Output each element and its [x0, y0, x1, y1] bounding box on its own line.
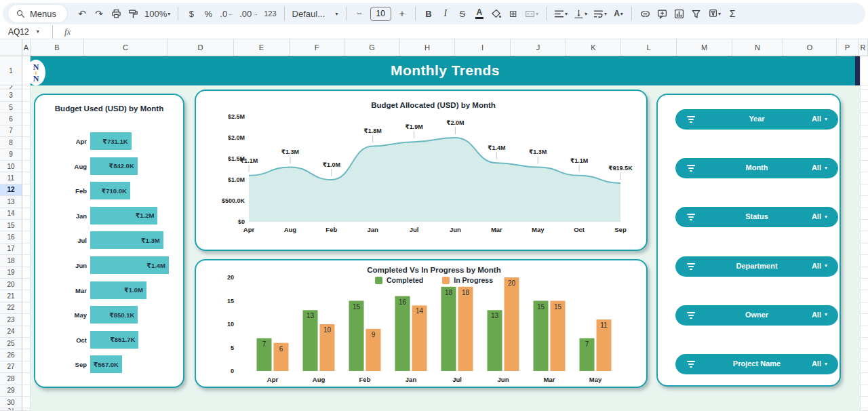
- row-header-5[interactable]: 5: [0, 102, 22, 113]
- row-header-7[interactable]: 7: [0, 125, 22, 137]
- filter-views-button[interactable]: ▾: [705, 5, 723, 22]
- insert-comment-button[interactable]: [654, 5, 669, 22]
- filter-value-dropdown[interactable]: All▾: [812, 163, 827, 172]
- col-header-F[interactable]: F: [290, 39, 344, 56]
- row-header-29[interactable]: 29: [0, 385, 22, 397]
- column-r-cells[interactable]: [860, 56, 868, 411]
- col-header-O[interactable]: O: [783, 39, 837, 56]
- row-header-23[interactable]: 23: [0, 314, 22, 326]
- bold-button[interactable]: B: [421, 5, 436, 22]
- row-header-19[interactable]: 19: [0, 267, 22, 279]
- col-header-C[interactable]: C: [84, 39, 167, 56]
- filter-value-dropdown[interactable]: All▾: [812, 262, 827, 270]
- insert-link-button[interactable]: [637, 5, 652, 22]
- borders-button[interactable]: ⊞: [506, 5, 521, 22]
- row-header-27[interactable]: 27: [0, 361, 22, 373]
- decrease-font-size-button[interactable]: −: [352, 5, 367, 22]
- row-header-1[interactable]: 1: [0, 56, 22, 85]
- number-format-button[interactable]: 123: [262, 5, 278, 22]
- print-icon[interactable]: [108, 5, 123, 22]
- col-header-M[interactable]: M: [677, 39, 732, 56]
- row-header-13[interactable]: 13: [0, 196, 22, 208]
- row-header-24[interactable]: 24: [0, 326, 22, 338]
- filter-project-name[interactable]: Project NameAll▾: [675, 354, 838, 374]
- fill-color-button[interactable]: [489, 5, 504, 22]
- merge-cells-button[interactable]: ▾: [523, 5, 540, 22]
- filter-owner[interactable]: OwnerAll▾: [675, 305, 838, 326]
- create-filter-button[interactable]: [688, 5, 703, 22]
- col-header-J[interactable]: J: [511, 39, 566, 56]
- col-header-P[interactable]: P: [837, 39, 859, 56]
- row-header-8[interactable]: 8: [0, 137, 22, 149]
- col-header-H[interactable]: H: [400, 39, 455, 56]
- col-header-R[interactable]: R: [859, 39, 868, 56]
- percent-format-button[interactable]: %: [201, 5, 216, 22]
- paint-format-icon[interactable]: [125, 5, 140, 22]
- col-header-E[interactable]: E: [234, 39, 290, 56]
- budget-used-chart-panel[interactable]: Budget Used (USD) by Month Apr₹731.1KAug…: [34, 94, 184, 388]
- currency-format-button[interactable]: $: [184, 5, 199, 22]
- filter-value-dropdown[interactable]: All▾: [812, 212, 827, 220]
- filter-month[interactable]: MonthAll▾: [675, 158, 838, 178]
- text-color-label: A: [477, 9, 483, 16]
- text-rotation-button[interactable]: A ▾: [611, 5, 626, 22]
- insert-chart-button[interactable]: [671, 5, 686, 22]
- gridline: [22, 160, 30, 161]
- increase-font-size-button[interactable]: +: [395, 5, 410, 22]
- filter-value-dropdown[interactable]: All▾: [812, 359, 827, 368]
- col-header-D[interactable]: D: [167, 39, 234, 56]
- col-header-B[interactable]: B: [31, 39, 84, 56]
- row-header-17[interactable]: 17: [0, 243, 22, 255]
- row-header-20[interactable]: 20: [0, 279, 22, 290]
- strikethrough-button[interactable]: S: [455, 5, 470, 22]
- italic-button[interactable]: I: [438, 5, 453, 22]
- row-header-12[interactable]: 12: [0, 184, 22, 196]
- col-header-L[interactable]: L: [621, 39, 677, 56]
- increase-decimals-button[interactable]: .00→: [237, 5, 260, 22]
- zoom-select[interactable]: 100% ▾: [142, 5, 172, 22]
- text-color-button[interactable]: A: [472, 5, 487, 22]
- name-box[interactable]: AQ12 ▾: [0, 27, 49, 37]
- vertical-align-button[interactable]: ▾: [572, 5, 589, 22]
- col-header-G[interactable]: G: [344, 39, 400, 56]
- budget-allocated-chart-panel[interactable]: Budget Allocated (USD) by Month $0$500.0…: [195, 90, 648, 251]
- decrease-decimals-button[interactable]: .0←: [218, 5, 235, 22]
- row-header-22[interactable]: 22: [0, 302, 22, 314]
- functions-button[interactable]: Σ: [725, 5, 740, 22]
- row-header-26[interactable]: 26: [0, 349, 22, 361]
- menus-button[interactable]: Menus: [8, 5, 67, 22]
- completed-vs-inprogress-chart-panel[interactable]: Completed Vs In Progress by Month Comple…: [195, 259, 648, 388]
- font-size-input[interactable]: 10: [370, 7, 391, 21]
- row-header-3[interactable]: 3: [0, 90, 22, 102]
- filter-value-dropdown[interactable]: All▾: [812, 311, 827, 319]
- data-label: ₹1.3M: [529, 149, 547, 155]
- filter-department[interactable]: DepartmentAll▾: [675, 256, 838, 277]
- row-header-25[interactable]: 25: [0, 338, 22, 349]
- filter-status[interactable]: StatusAll▾: [675, 207, 838, 227]
- row-header-30[interactable]: 30: [0, 397, 22, 408]
- row-header-16[interactable]: 16: [0, 231, 22, 243]
- redo-icon[interactable]: ↷: [92, 5, 106, 22]
- filter-year[interactable]: YearAll▾: [675, 109, 838, 130]
- col-header-N[interactable]: N: [732, 39, 783, 56]
- row-header-6[interactable]: 6: [0, 113, 22, 125]
- filter-value-dropdown[interactable]: All▾: [812, 115, 827, 123]
- row-header-18[interactable]: 18: [0, 255, 22, 267]
- col-header-K[interactable]: K: [566, 39, 621, 56]
- row-header-14[interactable]: 14: [0, 208, 22, 220]
- row-header-9[interactable]: 9: [0, 149, 22, 161]
- row-header-31[interactable]: 31: [0, 408, 22, 411]
- row-header-21[interactable]: 21: [0, 290, 22, 302]
- col-header-I[interactable]: I: [455, 39, 511, 56]
- row-header-10[interactable]: 10: [0, 161, 22, 172]
- column-a-cells[interactable]: [22, 56, 31, 411]
- row-header-15[interactable]: 15: [0, 220, 22, 231]
- horizontal-align-button[interactable]: ▾: [552, 5, 570, 22]
- undo-icon[interactable]: ↶: [75, 5, 90, 22]
- font-select[interactable]: Defaul... ▾: [290, 5, 340, 22]
- select-all-corner[interactable]: [0, 39, 22, 56]
- col-header-A[interactable]: A: [22, 39, 31, 56]
- row-header-28[interactable]: 28: [0, 373, 22, 385]
- row-header-11[interactable]: 11: [0, 172, 22, 184]
- text-wrap-button[interactable]: ▾: [591, 5, 609, 22]
